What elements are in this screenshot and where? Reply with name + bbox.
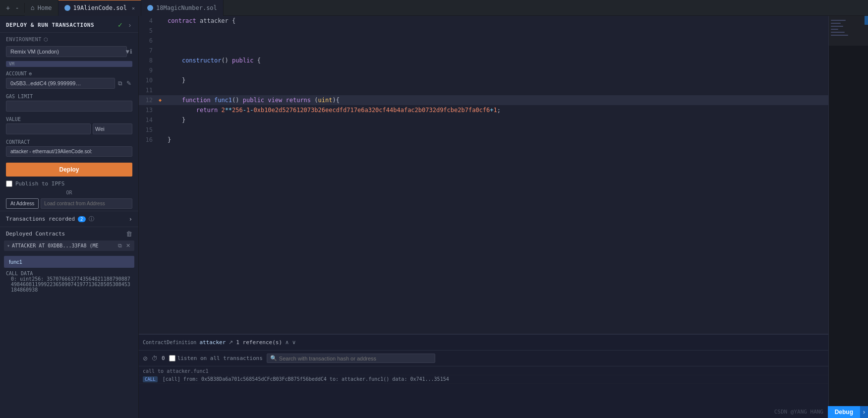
code-line-16: 16 } [139,135,828,145]
code-line-14: 14 } [139,115,828,125]
zoom-out-button[interactable]: - [14,3,20,13]
transactions-label: Transactions recorded [6,216,75,222]
gas-limit-label: GAS LIMIT [6,94,132,99]
line-num-5: 5 [139,26,159,36]
at-address-button[interactable]: At Address [6,198,39,209]
deploy-button[interactable]: Deploy [6,163,132,177]
publish-ipfs-checkbox[interactable] [6,180,12,187]
listen-checkbox[interactable] [169,355,175,361]
call-data-section: CALL DATA 0: uint256: 357076663774356482… [0,269,138,295]
contract-group: CONTRACT attacker - ethernaut/19AlienCod… [0,137,138,160]
debug-chevron-icon[interactable]: › [860,406,868,418]
or-divider: OR [0,190,138,195]
code-line-4: 4 contract attacker { [139,16,828,26]
tab-home[interactable]: ⌂ Home [25,0,58,16]
search-icon: 🔍 [270,355,277,361]
account-row: 0x5B3...eddC4 (99.999999… ⧉ ✎ [6,78,132,89]
tab-aliencode-label: 19AlienCode.sol [73,4,127,11]
listen-label: listen on all transactions [177,355,263,361]
gas-limit-group: GAS LIMIT 3000000 [0,92,138,115]
copy-account-button[interactable]: ⧉ [117,79,123,88]
sol-icon-magicnumber [147,5,153,11]
zoom-in-button[interactable]: + [4,3,12,13]
publish-row: Publish to IPFS [0,179,138,189]
code-line-12: 12 ◆ function func1() public view return… [139,95,828,105]
contract-instance-header[interactable]: ▾ ATTACKER AT 0XDBB...33FA8 (ME ⧉ ✕ [4,240,134,251]
code-line-6: 6 [139,36,828,46]
tab-aliencode[interactable]: 19AlienCode.sol ✕ [58,0,141,16]
gas-limit-input[interactable]: 3000000 [6,101,132,112]
contract-label: CONTRACT [6,139,132,145]
publish-ipfs-label: Publish to IPFS [15,180,64,187]
ref-chevron-up-icon[interactable]: ∧ [285,339,289,346]
env-info-button[interactable]: ℹ [130,48,132,55]
contract-definition-label: ContractDefinition [143,340,196,345]
line-code-10: } [166,75,828,85]
line-code-13: return 2**256-1-0xb10e2d527612073b26eecd… [166,105,828,115]
environment-group: Remix VM (London) ▼ ℹ [0,44,138,60]
contract-select[interactable]: attacker - ethernaut/19AlienCode.sol: [6,146,132,157]
listen-check-row: listen on all transactions [169,355,263,361]
sol-icon-aliencode [64,5,70,11]
load-contract-input[interactable] [41,198,132,209]
minimap-svg [829,16,868,165]
debug-button[interactable]: Debug [828,406,860,418]
home-icon: ⌂ [31,4,35,11]
reference-count: 1 reference(s) [236,339,282,346]
line-code-14: } [166,115,828,125]
account-label: ACCOUNT ⊕ [6,71,132,76]
bottom-panel: ContractDefinition attacker ↗ 1 referenc… [139,334,828,418]
code-container[interactable]: 4 contract attacker { 5 6 7 [139,16,828,334]
contract-instance-name: ATTACKER AT 0XDBB...33FA8 (ME [12,243,115,248]
watermark: CSDN @YANG HANG [774,409,823,415]
unit-select[interactable]: Wei [93,123,132,134]
log-clock-icon[interactable]: ⏱ [152,355,158,362]
contract-def-name: attacker [199,339,226,346]
tab-home-label: Home [38,4,52,11]
line-code-7 [166,46,828,56]
main-area: DEPLOY & RUN TRANSACTIONS ✓ › ENVIRONMEN… [0,16,868,418]
editor-area: 4 contract attacker { 5 6 7 [139,16,828,418]
value-row: 0 Wei [6,123,132,134]
contract-def-toolbar: ContractDefinition attacker ↗ 1 referenc… [139,335,828,351]
line-code-16: } [166,135,828,145]
copy-instance-button[interactable]: ⧉ [117,242,123,249]
line-num-6: 6 [139,36,159,46]
value-label: VALUE [6,117,132,122]
func1-button[interactable]: func1 [4,256,134,268]
debug-btn-area: Debug › [828,406,868,418]
code-line-10: 10 } [139,75,828,85]
call-badge: CALL [143,376,158,382]
transactions-section[interactable]: Transactions recorded 2 ⓘ › [0,211,138,227]
ref-chevron-down-icon[interactable]: ∨ [292,339,296,346]
edit-account-button[interactable]: ✎ [125,79,132,88]
close-icon-aliencode[interactable]: ✕ [132,5,135,11]
trash-icon[interactable]: 🗑 [126,230,132,238]
line-code-4: contract attacker { [166,16,828,26]
contract-def-arrow-icon[interactable]: ↗ [229,339,233,346]
log-count: 0 [162,355,165,361]
account-plus-icon: ⊕ [29,71,32,76]
log-clear-icon[interactable]: ⊘ [143,355,148,362]
line-code-15 [166,125,828,135]
close-instance-button[interactable]: ✕ [125,242,131,249]
account-select[interactable]: 0x5B3...eddC4 (99.999999… [6,78,115,89]
log-entries: call to attacker.func1 CALL [call] from:… [139,366,828,418]
chevron-right-icon[interactable]: › [127,21,132,29]
environment-select[interactable]: Remix VM (London) [6,46,127,57]
value-input[interactable]: 0 [6,123,91,134]
check-icon[interactable]: ✓ [116,21,124,29]
search-input[interactable] [279,356,432,361]
transactions-info-icon: ⓘ [89,215,94,223]
env-info-icon: ⬡ [44,37,49,42]
line-num-10: 10 [139,75,159,85]
log-call-text: [call] from: 0x5B38Da6a701c568545dCFcB03… [163,376,449,382]
tab-magicnumber[interactable]: 18MagicNumber.sol [141,0,224,16]
call-data-value: 0: uint256: 3570766637743564821188790887… [6,276,132,293]
svg-rect-7 [829,16,868,46]
code-line-13: 13 return 2**256-1-0xb10e2d527612073b26e… [139,105,828,115]
sidebar: DEPLOY & RUN TRANSACTIONS ✓ › ENVIRONMEN… [0,16,139,418]
transactions-chevron-icon: › [129,216,132,223]
line-num-8: 8 [139,56,159,65]
line-marker-12: ◆ [159,95,166,105]
